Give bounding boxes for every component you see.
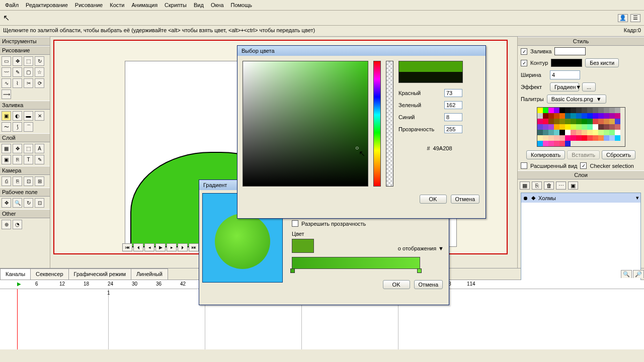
frame-fwd-button[interactable]: ▸ bbox=[167, 243, 177, 251]
tool-cam2[interactable]: ⎘ bbox=[13, 176, 22, 186]
cursor-tool-icon[interactable]: ↖ bbox=[3, 13, 10, 23]
tool-c[interactable]: ✂ bbox=[24, 78, 33, 88]
tool-ld[interactable]: A bbox=[35, 144, 44, 153]
ext-view-checkbox[interactable] bbox=[521, 162, 527, 169]
display-dropdown-icon[interactable]: ▼ bbox=[438, 245, 444, 251]
reset-button[interactable]: Сбросить bbox=[602, 150, 635, 159]
color-cancel-button[interactable]: Отмена bbox=[451, 195, 479, 204]
tool-cam4[interactable]: ⊞ bbox=[35, 176, 44, 186]
no-brush-button[interactable]: Без кисти bbox=[585, 58, 619, 67]
tool-o2[interactable]: ◔ bbox=[13, 220, 22, 229]
tool-lb[interactable]: ✥ bbox=[13, 144, 22, 153]
play-button[interactable]: ▶ bbox=[155, 243, 166, 251]
tool-cam1[interactable]: ⎙ bbox=[2, 176, 11, 186]
hue-slider[interactable] bbox=[373, 61, 381, 187]
library-icon[interactable]: ☰ bbox=[630, 14, 640, 22]
tool-la[interactable]: ▦ bbox=[2, 144, 11, 153]
layer-del-icon[interactable]: 🗑 bbox=[544, 182, 554, 190]
tool-select[interactable]: ▭ bbox=[2, 56, 11, 66]
tool-b[interactable]: ⌇ bbox=[13, 78, 22, 88]
copy-button[interactable]: Копировать bbox=[526, 150, 565, 159]
user-icon[interactable]: 👤 bbox=[618, 14, 628, 22]
layer-dup-icon[interactable]: ⎘ bbox=[532, 182, 542, 190]
tab-linear[interactable]: Линейный bbox=[131, 268, 168, 280]
tool-ws1[interactable]: ✥ bbox=[2, 198, 11, 208]
gradient-cancel-button[interactable]: Отмена bbox=[414, 280, 443, 289]
tool-bucket[interactable]: ▬ bbox=[24, 111, 33, 121]
stroke-swatch[interactable] bbox=[551, 59, 582, 67]
tab-channels[interactable]: Каналы bbox=[0, 268, 31, 280]
tool-le[interactable]: ▣ bbox=[2, 155, 11, 164]
zoom-out-icon[interactable]: 🔍 bbox=[621, 270, 632, 278]
menu-bones[interactable]: Кости bbox=[110, 2, 124, 8]
width-input[interactable] bbox=[550, 70, 580, 79]
layer-row[interactable]: ⏺ ◆ Холмы ▾ bbox=[521, 193, 640, 203]
alpha-slider[interactable] bbox=[386, 61, 393, 187]
menu-view[interactable]: Вид bbox=[194, 2, 204, 8]
tool-scale[interactable]: ⬚ bbox=[24, 56, 33, 66]
palette-dropdown[interactable]: Basic Colors.png▼ bbox=[547, 95, 606, 104]
layer-chevron-icon[interactable]: ▾ bbox=[636, 195, 639, 201]
menu-windows[interactable]: Окна bbox=[211, 2, 224, 8]
tab-sequencer[interactable]: Секвенсер bbox=[30, 268, 69, 280]
tool-blob[interactable]: ◐ bbox=[13, 111, 22, 121]
frame-back-button[interactable]: ◂ bbox=[144, 243, 154, 251]
blue-input[interactable] bbox=[444, 113, 462, 121]
green-input[interactable] bbox=[444, 101, 462, 109]
menu-help[interactable]: Помощь bbox=[231, 2, 253, 8]
tool-d[interactable]: ⟳ bbox=[35, 78, 44, 88]
red-input[interactable] bbox=[444, 89, 462, 97]
color-ok-button[interactable]: OK bbox=[420, 195, 447, 204]
layer-x-icon[interactable]: ▣ bbox=[568, 182, 578, 190]
menu-file[interactable]: Файл bbox=[5, 2, 19, 8]
paste-button[interactable]: Вставить bbox=[567, 150, 600, 159]
tool-text[interactable]: T bbox=[24, 155, 33, 164]
tool-ly[interactable]: ⌒ bbox=[24, 122, 33, 132]
tool-pen[interactable]: ✎ bbox=[13, 67, 22, 77]
tool-lw[interactable]: 〜 bbox=[2, 122, 11, 132]
alpha-input[interactable] bbox=[444, 125, 462, 133]
rewind-start-button[interactable]: ⏮ bbox=[122, 243, 132, 251]
fill-checkbox[interactable]: ✓ bbox=[521, 48, 527, 55]
tool-move[interactable]: ✥ bbox=[13, 56, 22, 66]
tool-curve[interactable]: 〰 bbox=[2, 67, 11, 77]
tool-rotate[interactable]: ↻ bbox=[35, 56, 44, 66]
tool-dropper[interactable]: ✎ bbox=[35, 155, 44, 164]
tool-o1[interactable]: ⊕ bbox=[2, 220, 11, 229]
step-back-button[interactable]: ⏴ bbox=[133, 243, 143, 251]
rewind-end-button[interactable]: ⏭ bbox=[189, 243, 199, 251]
effect-dropdown[interactable]: Градиен▼ bbox=[550, 82, 579, 92]
gradient-ok-button[interactable]: OK bbox=[383, 280, 410, 289]
tool-ws3[interactable]: ↻ bbox=[24, 198, 33, 208]
checker-checkbox[interactable]: ✓ bbox=[580, 162, 587, 169]
tool-erase[interactable]: ✕ bbox=[35, 111, 44, 121]
grad-color-swatch[interactable] bbox=[292, 239, 314, 253]
tool-pick-fill[interactable]: ▣ bbox=[2, 111, 11, 121]
color-palette[interactable] bbox=[537, 107, 625, 147]
hex-value[interactable]: 49A208 bbox=[433, 145, 452, 151]
color-picker-titlebar[interactable]: Выбор цвета bbox=[237, 46, 486, 56]
gradient-bar[interactable] bbox=[292, 257, 420, 269]
step-fwd-button[interactable]: ⏵ bbox=[178, 243, 188, 251]
tool-cam3[interactable]: ⊡ bbox=[24, 176, 33, 186]
tab-graph[interactable]: Графический режим bbox=[68, 268, 131, 280]
zoom-in-icon[interactable]: 🔎 bbox=[633, 270, 644, 278]
tool-e[interactable]: ⟿ bbox=[2, 89, 11, 99]
tool-lc[interactable]: ⬚ bbox=[24, 144, 33, 153]
saturation-value-box[interactable]: ○ bbox=[243, 61, 368, 187]
stroke-checkbox[interactable]: ✓ bbox=[521, 60, 527, 66]
tool-ws4[interactable]: ⊡ bbox=[35, 198, 44, 208]
fill-swatch[interactable] bbox=[554, 47, 586, 55]
tool-ws2[interactable]: 🔍 bbox=[13, 198, 22, 208]
tool-a[interactable]: ∿ bbox=[2, 78, 11, 88]
effect-more-button[interactable]: ... bbox=[582, 82, 596, 92]
gradient-stop-left[interactable] bbox=[290, 268, 295, 273]
tool-lx[interactable]: ⟆ bbox=[13, 122, 22, 132]
layer-new-icon[interactable]: ▦ bbox=[520, 182, 530, 190]
tool-shape[interactable]: ☆ bbox=[35, 67, 44, 77]
gradient-stop-right[interactable] bbox=[417, 268, 422, 273]
menu-draw[interactable]: Рисование bbox=[75, 2, 103, 8]
tool-rect[interactable]: ▢ bbox=[24, 67, 33, 77]
tool-lf[interactable]: ⎘ bbox=[13, 155, 22, 164]
menu-anim[interactable]: Анимация bbox=[131, 2, 157, 8]
